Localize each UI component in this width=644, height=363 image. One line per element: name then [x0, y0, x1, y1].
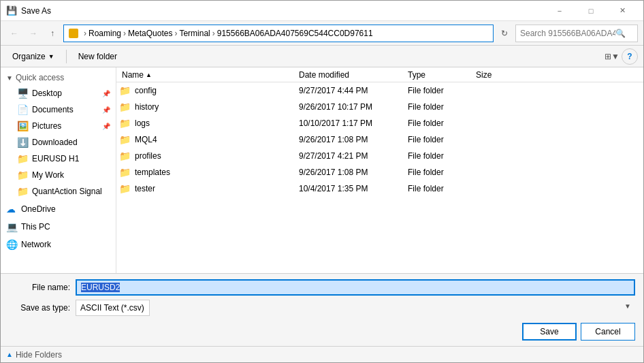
- save-button[interactable]: Save: [522, 323, 577, 341]
- status-bar: ▲ Hide Folders: [1, 346, 643, 362]
- path-arrow-3: ›: [174, 29, 177, 38]
- toolbar: Organize ▼ New folder ⊞ ▼ ?: [1, 46, 643, 67]
- col-header-name[interactable]: Name ▲: [119, 70, 296, 80]
- view-options-button[interactable]: ⊞ ▼: [604, 48, 620, 65]
- file-row-name: MQL4: [135, 135, 157, 144]
- organize-button[interactable]: Organize ▼: [6, 48, 61, 65]
- table-row[interactable]: 📁 profiles 9/27/2017 4:21 PM File folder: [116, 148, 643, 164]
- filename-input[interactable]: [76, 279, 635, 296]
- file-row-date: 10/10/2017 1:17 PM: [296, 119, 405, 128]
- file-row-name: history: [135, 102, 159, 112]
- back-button[interactable]: ←: [6, 25, 22, 42]
- view-grid-icon: ⊞: [605, 52, 611, 61]
- path-metaquotes: MetaQuotes: [128, 29, 172, 38]
- sidebar-item-eurusd-label: EURUSD H1: [32, 154, 79, 163]
- save-as-dialog: 💾 Save As − □ ✕ ← → ↑ › Roaming › MetaQu…: [0, 0, 644, 363]
- sidebar-item-pictures[interactable]: 🖼️ Pictures 📌: [1, 118, 116, 134]
- sidebar-thispc-label: This PC: [21, 222, 50, 232]
- file-row-date: 9/26/2017 1:08 PM: [296, 135, 405, 144]
- path-home: [68, 28, 82, 39]
- folder-icon: 📁: [119, 151, 131, 161]
- savetype-label: Save as type:: [9, 303, 70, 313]
- maximize-button[interactable]: □: [575, 1, 607, 21]
- filename-label: File name:: [9, 283, 70, 292]
- quantaction-folder-icon: 📁: [17, 186, 28, 197]
- title-bar: 💾 Save As − □ ✕: [1, 1, 643, 21]
- quick-access-header[interactable]: ▼ Quick access: [1, 70, 116, 85]
- file-row-type: File folder: [405, 86, 473, 95]
- bottom-buttons: Save Cancel: [9, 320, 635, 341]
- help-button[interactable]: ?: [622, 48, 638, 65]
- table-row[interactable]: 📁 history 9/26/2017 10:17 PM File folder: [116, 99, 643, 115]
- path-arrow-2: ›: [123, 29, 126, 38]
- toolbar-separator: [66, 50, 67, 63]
- window-title: Save As: [21, 6, 544, 16]
- savetype-select[interactable]: ASCII Text (*.csv)CSV (*.csv)Excel (*.xl…: [76, 300, 150, 316]
- onedrive-icon: ☁: [6, 204, 17, 215]
- search-box[interactable]: 🔍: [515, 25, 638, 42]
- sidebar-network-label: Network: [21, 240, 51, 249]
- col-header-date[interactable]: Date modified: [296, 70, 405, 80]
- sidebar-item-quantaction[interactable]: 📁 QuantAction Signal: [1, 183, 116, 200]
- sidebar: ▼ Quick access 🖥️ Desktop 📌 📄 Documents …: [1, 67, 116, 273]
- new-folder-label: New folder: [78, 52, 117, 61]
- main-area: ▼ Quick access 🖥️ Desktop 📌 📄 Documents …: [1, 67, 643, 273]
- sidebar-item-onedrive[interactable]: ☁ OneDrive: [1, 201, 116, 217]
- folder-icon: 📁: [119, 118, 131, 129]
- table-row[interactable]: 📁 logs 10/10/2017 1:17 PM File folder: [116, 115, 643, 131]
- quick-access-label: Quick access: [16, 73, 64, 82]
- mywork-folder-icon: 📁: [17, 170, 28, 180]
- file-row-name: profiles: [135, 151, 161, 161]
- file-row-date: 9/27/2017 4:44 PM: [296, 86, 405, 95]
- folder-icon: 📁: [119, 167, 131, 178]
- thispc-icon: 💻: [6, 221, 17, 232]
- sidebar-item-quantaction-label: QuantAction Signal: [32, 187, 102, 196]
- table-row[interactable]: 📁 templates 9/26/2017 1:08 PM File folde…: [116, 164, 643, 180]
- folder-icon: 📁: [119, 101, 131, 112]
- cancel-button[interactable]: Cancel: [581, 323, 635, 341]
- file-row-type: File folder: [405, 168, 473, 177]
- sidebar-item-documents-label: Documents: [32, 105, 74, 114]
- refresh-button[interactable]: ↻: [496, 25, 513, 42]
- sidebar-item-thispc[interactable]: 💻 This PC: [1, 219, 116, 235]
- col-header-type[interactable]: Type: [405, 70, 473, 80]
- col-header-size[interactable]: Size: [473, 70, 528, 80]
- onedrive-section: ☁ OneDrive: [1, 201, 116, 217]
- up-button[interactable]: ↑: [44, 25, 61, 42]
- sidebar-item-mywork-label: My Work: [32, 170, 64, 180]
- sidebar-item-network[interactable]: 🌐 Network: [1, 236, 116, 253]
- search-input[interactable]: [520, 29, 615, 38]
- path-guid: 915566BA06ADA407569C544CC0D97611: [217, 29, 373, 38]
- hide-folders-chevron: ▲: [6, 351, 13, 358]
- forward-button[interactable]: →: [25, 25, 42, 42]
- view-controls: ⊞ ▼ ?: [604, 48, 638, 65]
- file-row-type: File folder: [405, 151, 473, 161]
- close-button[interactable]: ✕: [607, 1, 638, 21]
- table-row[interactable]: 📁 MQL4 9/26/2017 1:08 PM File folder: [116, 131, 643, 148]
- pictures-icon: 🖼️: [17, 121, 28, 131]
- organize-label: Organize: [12, 52, 46, 61]
- file-list-header: Name ▲ Date modified Type Size: [116, 67, 643, 82]
- table-row[interactable]: 📁 config 9/27/2017 4:44 PM File folder: [116, 82, 643, 99]
- address-bar: ← → ↑ › Roaming › MetaQuotes › Terminal …: [1, 21, 643, 46]
- sidebar-item-desktop-label: Desktop: [32, 89, 62, 98]
- address-path[interactable]: › Roaming › MetaQuotes › Terminal › 9155…: [63, 25, 494, 42]
- sidebar-item-mywork[interactable]: 📁 My Work: [1, 167, 116, 183]
- eurusd-folder-icon: 📁: [17, 153, 28, 164]
- new-folder-button[interactable]: New folder: [72, 48, 123, 65]
- sidebar-item-eurusd[interactable]: 📁 EURUSD H1: [1, 151, 116, 167]
- file-row-type: File folder: [405, 102, 473, 112]
- file-row-type: File folder: [405, 119, 473, 128]
- sidebar-item-documents[interactable]: 📄 Documents 📌: [1, 101, 116, 118]
- organize-arrow: ▼: [48, 53, 54, 60]
- table-row[interactable]: 📁 tester 10/4/2017 1:35 PM File folder: [116, 180, 643, 197]
- search-icon: 🔍: [615, 29, 626, 38]
- sidebar-item-desktop[interactable]: 🖥️ Desktop 📌: [1, 85, 116, 101]
- pin-icon-desktop: 📌: [102, 90, 110, 97]
- file-row-type: File folder: [405, 184, 473, 193]
- hide-folders-toggle[interactable]: ▲ Hide Folders: [6, 350, 62, 360]
- folder-icon: 📁: [119, 183, 131, 194]
- sidebar-item-downloaded[interactable]: ⬇️ Downloaded: [1, 134, 116, 151]
- minimize-button[interactable]: −: [544, 1, 575, 21]
- filename-row: File name:: [9, 279, 635, 296]
